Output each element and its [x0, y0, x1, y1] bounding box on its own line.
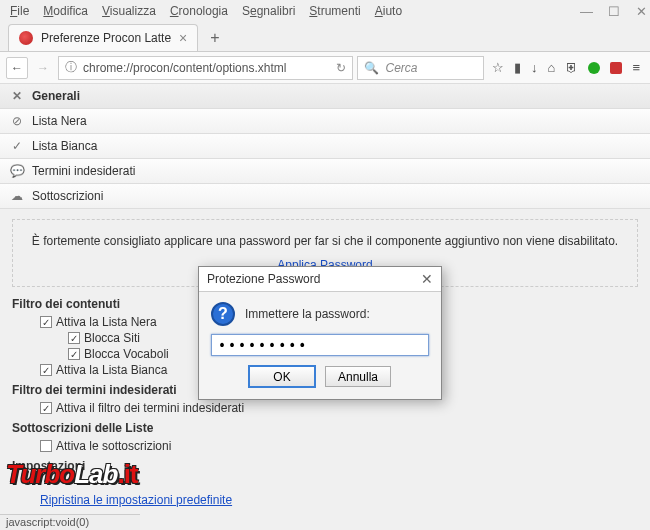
sidebar-item-lista-bianca[interactable]: ✓ Lista Bianca — [0, 134, 650, 159]
home-icon[interactable]: ⌂ — [548, 60, 556, 75]
menu-file[interactable]: File — [4, 2, 35, 20]
shield-icon[interactable]: ⛨ — [565, 60, 578, 75]
menu-strumenti[interactable]: Strumenti — [303, 2, 366, 20]
downloads-icon[interactable]: ↓ — [531, 60, 538, 75]
sidebar-label: Lista Bianca — [32, 139, 97, 153]
window-close-icon[interactable]: ✕ — [630, 2, 646, 21]
sidebar-item-lista-nera[interactable]: ⊘ Lista Nera — [0, 109, 650, 134]
menu-visualizza[interactable]: Visualizza — [96, 2, 162, 20]
checkbox-icon: ✓ — [68, 348, 80, 360]
bookmark-star-icon[interactable]: ☆ — [492, 60, 504, 75]
wrench-icon: ✕ — [10, 89, 24, 103]
window-maximize-icon[interactable]: ☐ — [602, 2, 618, 21]
info-icon[interactable]: ⓘ — [65, 59, 77, 76]
cloud-icon: ☁ — [10, 189, 24, 203]
dialog-title-text: Protezione Password — [207, 272, 320, 286]
sidebar-label: Generali — [32, 89, 80, 103]
toolbar-icons: ☆ ▮ ↓ ⌂ ⛨ ≡ — [488, 60, 644, 75]
section-impostazioni-title: Impostazioni — [12, 459, 638, 473]
checkbox-sottoscrizioni[interactable]: Attiva le sottoscrizioni — [40, 439, 638, 453]
section-sottoscrizioni-title: Sottoscrizioni delle Liste — [12, 421, 638, 435]
notice-text: È fortemente consigliato applicare una p… — [23, 234, 627, 248]
menu-cronologia[interactable]: Cronologia — [164, 2, 234, 20]
new-tab-button[interactable]: + — [202, 25, 227, 51]
search-placeholder: Cerca — [385, 61, 417, 75]
menu-aiuto[interactable]: Aiuto — [369, 2, 408, 20]
ok-button[interactable]: OK — [249, 366, 315, 387]
checkbox-icon — [40, 440, 52, 452]
speech-icon: 💬 — [10, 164, 24, 178]
favicon-icon — [19, 31, 33, 45]
sidebar-item-termini[interactable]: 💬 Termini indesiderati — [0, 159, 650, 184]
dialog-titlebar[interactable]: Protezione Password ✕ — [199, 267, 441, 292]
tab-close-icon[interactable]: × — [179, 30, 187, 46]
browser-tab[interactable]: Preferenze Procon Latte × — [8, 24, 198, 51]
sidebar-label: Sottoscrizioni — [32, 189, 103, 203]
dialog-prompt: Immettere la password: — [245, 307, 370, 321]
checkbox-icon: ✓ — [68, 332, 80, 344]
block-icon: ⊘ — [10, 114, 24, 128]
sidebar-label: Lista Nera — [32, 114, 87, 128]
password-dialog: Protezione Password ✕ ? Immettere la pas… — [198, 266, 442, 400]
menu-segnalibri[interactable]: Segnalibri — [236, 2, 301, 20]
navbar: ← → ⓘ chrome://procon/content/options.xh… — [0, 52, 650, 84]
check-icon: ✓ — [10, 139, 24, 153]
checkbox-icon: ✓ — [40, 316, 52, 328]
addon-green-icon[interactable] — [588, 62, 600, 74]
search-box[interactable]: 🔍 Cerca — [357, 56, 484, 80]
sidebar-item-sottoscrizioni[interactable]: ☁ Sottoscrizioni — [0, 184, 650, 209]
sidebar-item-generali[interactable]: ✕ Generali — [0, 84, 650, 109]
password-input[interactable] — [211, 334, 429, 356]
search-icon: 🔍 — [364, 61, 379, 75]
tab-bar: Preferenze Procon Latte × + — [0, 22, 650, 52]
url-bar[interactable]: ⓘ chrome://procon/content/options.xhtml … — [58, 56, 353, 80]
back-button[interactable]: ← — [6, 57, 28, 79]
pocket-icon[interactable]: ▮ — [514, 60, 521, 75]
menubar: File Modifica Visualizza Cronologia Segn… — [0, 0, 650, 22]
cancel-button[interactable]: Annulla — [325, 366, 391, 387]
question-icon: ? — [211, 302, 235, 326]
dialog-close-icon[interactable]: ✕ — [421, 271, 433, 287]
window-minimize-icon[interactable]: — — [574, 2, 590, 21]
menu-modifica[interactable]: Modifica — [37, 2, 94, 20]
reload-icon[interactable]: ↻ — [336, 61, 346, 75]
link-reset-settings[interactable]: Ripristina le impostazioni predefinite — [40, 493, 638, 507]
url-text: chrome://procon/content/options.xhtml — [83, 61, 286, 75]
status-bar: javascript:void(0) — [0, 514, 140, 530]
checkbox-icon: ✓ — [40, 364, 52, 376]
hamburger-menu-icon[interactable]: ≡ — [632, 60, 640, 75]
settings-nav: ✕ Generali ⊘ Lista Nera ✓ Lista Bianca 💬… — [0, 84, 650, 209]
checkbox-icon: ✓ — [40, 402, 52, 414]
addon-red-icon[interactable] — [610, 62, 622, 74]
sidebar-label: Termini indesiderati — [32, 164, 135, 178]
checkbox-filtro-termini[interactable]: ✓Attiva il filtro dei termini indesidera… — [40, 401, 638, 415]
forward-button[interactable]: → — [32, 57, 54, 79]
tab-title: Preferenze Procon Latte — [41, 31, 171, 45]
